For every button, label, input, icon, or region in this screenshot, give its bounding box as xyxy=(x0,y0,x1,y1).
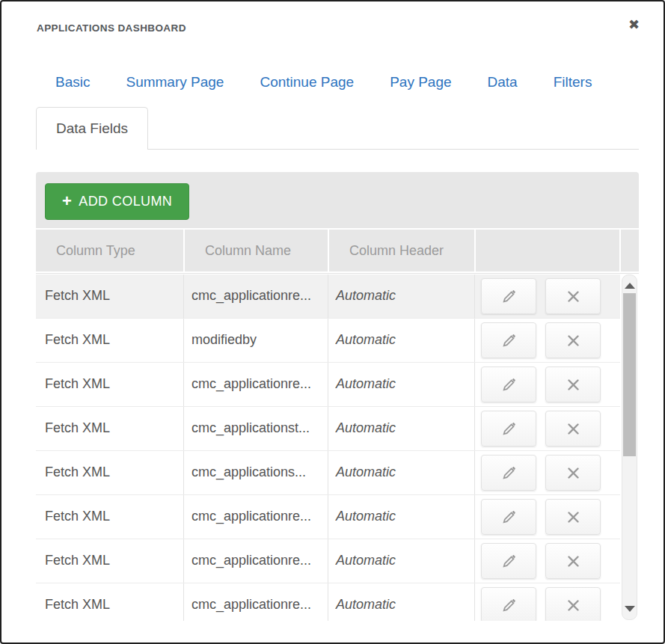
column-header-actions xyxy=(476,230,619,272)
edit-button[interactable] xyxy=(481,587,536,621)
delete-x-icon xyxy=(566,422,580,436)
applications-dashboard-dialog: APPLICATIONS DASHBOARD ✖ Basic Summary P… xyxy=(0,0,665,644)
pencil-icon xyxy=(501,598,517,613)
cell-column-header: Automatic xyxy=(328,319,475,362)
pencil-icon xyxy=(501,553,517,569)
grid-rows-list: Fetch XML cmc_applicationre... Automatic xyxy=(36,275,620,621)
delete-button[interactable] xyxy=(545,587,601,621)
cell-column-name: cmc_applicationre... xyxy=(184,275,328,318)
cell-column-name: cmc_applications... xyxy=(184,451,328,494)
delete-x-icon xyxy=(566,510,580,524)
cell-column-type: Fetch XML xyxy=(36,407,184,450)
delete-x-icon xyxy=(566,334,580,348)
edit-button[interactable] xyxy=(481,278,536,314)
cell-actions xyxy=(475,451,620,494)
tab-continue-page[interactable]: Continue Page xyxy=(260,74,354,91)
cell-column-name: cmc_applicationre... xyxy=(184,495,328,539)
scroll-up-icon[interactable] xyxy=(625,283,635,289)
cell-actions xyxy=(475,275,620,318)
cell-column-name: modifiedby xyxy=(184,319,328,362)
cell-actions xyxy=(475,407,620,450)
edit-button[interactable] xyxy=(481,411,536,447)
cell-column-header: Automatic xyxy=(328,407,475,450)
table-row[interactable]: Fetch XML cmc_applications... Automatic xyxy=(36,451,620,495)
delete-button[interactable] xyxy=(545,499,601,535)
table-row[interactable]: Fetch XML cmc_applicationre... Automatic xyxy=(36,495,620,539)
pencil-icon xyxy=(501,333,517,349)
cell-column-name: cmc_applicationre... xyxy=(184,583,328,621)
delete-button[interactable] xyxy=(545,322,601,358)
dialog-title: APPLICATIONS DASHBOARD xyxy=(37,22,186,34)
close-icon: ✖ xyxy=(628,16,640,32)
tab-data-fields[interactable]: Data Fields xyxy=(36,107,148,150)
grid-toolbar: + ADD COLUMN xyxy=(36,172,639,228)
tab-filters[interactable]: Filters xyxy=(554,74,592,91)
delete-x-icon xyxy=(566,378,580,392)
pencil-icon xyxy=(501,377,517,393)
delete-x-icon xyxy=(566,598,580,613)
cell-column-type: Fetch XML xyxy=(36,539,184,583)
cell-actions xyxy=(475,583,620,621)
table-row[interactable]: Fetch XML cmc_applicationre... Automatic xyxy=(36,275,620,319)
grid-rows-viewport: Fetch XML cmc_applicationre... Automatic xyxy=(36,273,639,621)
edit-button[interactable] xyxy=(481,455,536,491)
table-row[interactable]: Fetch XML cmc_applicationst... Automatic xyxy=(36,407,620,451)
pencil-icon xyxy=(501,465,517,481)
table-row[interactable]: Fetch XML cmc_applicationre... Automatic xyxy=(36,583,620,621)
data-fields-grid: + ADD COLUMN Column Type Column Name Col… xyxy=(36,172,639,621)
cell-column-header: Automatic xyxy=(328,275,475,318)
add-column-label: ADD COLUMN xyxy=(79,194,172,209)
edit-button[interactable] xyxy=(481,322,536,358)
grid-header-row: Column Type Column Name Column Header xyxy=(36,230,639,272)
cell-column-type: Fetch XML xyxy=(36,583,184,621)
scroll-down-icon[interactable] xyxy=(625,606,635,612)
cell-column-name: cmc_applicationre... xyxy=(184,539,328,583)
cell-column-header: Automatic xyxy=(328,583,475,621)
edit-button[interactable] xyxy=(481,367,536,402)
cell-column-name: cmc_applicationst... xyxy=(184,407,328,450)
delete-button[interactable] xyxy=(545,455,601,491)
tab-summary-page[interactable]: Summary Page xyxy=(126,74,224,91)
pencil-icon xyxy=(501,289,517,304)
delete-button[interactable] xyxy=(545,367,601,402)
cell-column-name: cmc_applicationre... xyxy=(184,363,328,406)
column-header-name: Column Name xyxy=(185,230,328,272)
cell-actions xyxy=(475,495,620,539)
main-tabs: Basic Summary Page Continue Page Pay Pag… xyxy=(55,74,634,91)
vertical-scrollbar[interactable] xyxy=(622,275,637,620)
cell-actions xyxy=(475,539,620,583)
tab-pay-page[interactable]: Pay Page xyxy=(390,74,451,91)
delete-button[interactable] xyxy=(545,278,601,314)
cell-column-type: Fetch XML xyxy=(36,495,184,539)
column-header-spacer xyxy=(621,230,639,272)
close-button[interactable]: ✖ xyxy=(628,18,640,31)
add-column-button[interactable]: + ADD COLUMN xyxy=(45,183,189,220)
edit-button[interactable] xyxy=(481,543,536,579)
delete-x-icon xyxy=(566,289,580,304)
cell-column-header: Automatic xyxy=(328,363,475,406)
plus-icon: + xyxy=(62,193,72,209)
cell-column-type: Fetch XML xyxy=(36,319,184,362)
edit-button[interactable] xyxy=(481,499,536,535)
table-row[interactable]: Fetch XML cmc_applicationre... Automatic xyxy=(36,363,620,407)
column-header-header: Column Header xyxy=(329,230,474,272)
cell-actions xyxy=(475,363,620,406)
cell-column-header: Automatic xyxy=(328,539,475,583)
cell-column-header: Automatic xyxy=(328,451,475,494)
tab-basic[interactable]: Basic xyxy=(55,74,90,91)
cell-column-type: Fetch XML xyxy=(36,275,184,318)
delete-button[interactable] xyxy=(545,543,601,579)
pencil-icon xyxy=(501,509,517,525)
column-header-type: Column Type xyxy=(36,230,183,272)
tab-data[interactable]: Data xyxy=(488,74,518,91)
delete-x-icon xyxy=(566,466,580,480)
scrollbar-thumb[interactable] xyxy=(623,293,636,456)
cell-column-type: Fetch XML xyxy=(36,451,184,494)
cell-column-header: Automatic xyxy=(328,495,475,539)
cell-actions xyxy=(475,319,620,362)
delete-x-icon xyxy=(566,554,580,568)
delete-button[interactable] xyxy=(545,411,601,447)
table-row[interactable]: Fetch XML modifiedby Automatic xyxy=(36,319,620,363)
pencil-icon xyxy=(501,421,517,437)
table-row[interactable]: Fetch XML cmc_applicationre... Automatic xyxy=(36,539,620,583)
